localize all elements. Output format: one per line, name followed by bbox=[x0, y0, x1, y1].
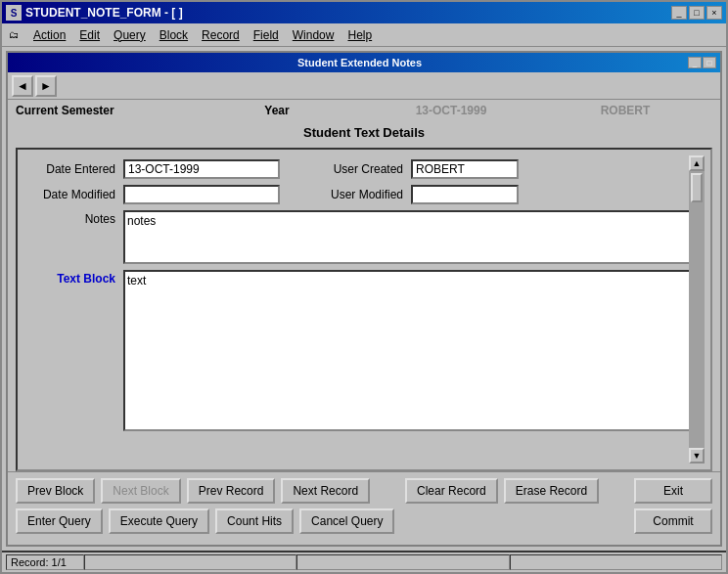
arrow-right-icon: ► bbox=[40, 79, 52, 93]
section-title: Student Text Details bbox=[8, 125, 720, 140]
window-title: STUDENT_NOTE_FORM - [ ] bbox=[25, 6, 183, 20]
text-block-label: Text Block bbox=[27, 270, 115, 286]
button-row-1: Prev Block Next Block Prev Record Next R… bbox=[16, 478, 712, 504]
text-block-textarea[interactable] bbox=[123, 270, 701, 431]
date-entered-row: Date Entered User Created bbox=[27, 159, 701, 179]
menu-record[interactable]: Record bbox=[196, 26, 246, 44]
scroll-down-icon: ▼ bbox=[693, 451, 702, 461]
title-bar: S STUDENT_NOTE_FORM - [ ] _ □ × bbox=[2, 2, 726, 23]
menu-query[interactable]: Query bbox=[108, 26, 152, 44]
inner-maximize-button[interactable]: □ bbox=[703, 57, 716, 68]
button-row-2: Enter Query Execute Query Count Hits Can… bbox=[16, 508, 712, 534]
next-block-button[interactable]: Next Block bbox=[101, 478, 180, 504]
menu-bar: 🗂 Action Edit Query Block Record Field W… bbox=[2, 23, 726, 47]
status-empty-segment-2 bbox=[296, 554, 509, 570]
execute-query-button[interactable]: Execute Query bbox=[109, 508, 209, 534]
notes-row: Notes bbox=[27, 210, 701, 264]
status-empty-segment bbox=[84, 554, 296, 570]
exit-button[interactable]: Exit bbox=[634, 478, 712, 504]
date-modified-row: Date Modified User Modified bbox=[27, 185, 701, 204]
menu-app-icon: 🗂 bbox=[6, 27, 22, 43]
close-button[interactable]: × bbox=[706, 6, 722, 20]
prev-block-button[interactable]: Prev Block bbox=[16, 478, 95, 504]
cancel-query-button[interactable]: Cancel Query bbox=[299, 508, 394, 534]
app-icon: S bbox=[6, 5, 22, 21]
form-container: Date Entered User Created Date Modified … bbox=[16, 148, 712, 471]
scrollbar[interactable]: ▲ ▼ bbox=[689, 155, 705, 464]
main-window: S STUDENT_NOTE_FORM - [ ] _ □ × 🗂 Action… bbox=[0, 0, 728, 574]
current-semester-label: Current Semester bbox=[16, 104, 190, 117]
notes-textarea[interactable] bbox=[123, 210, 701, 264]
scrollbar-track[interactable] bbox=[689, 171, 705, 448]
notes-label: Notes bbox=[27, 210, 115, 226]
scroll-down-button[interactable]: ▼ bbox=[689, 448, 705, 464]
status-empty-segment-3 bbox=[510, 554, 722, 570]
user-created-label: User Created bbox=[325, 162, 403, 176]
prev-record-button[interactable]: Prev Record bbox=[187, 478, 276, 504]
user-created-input[interactable] bbox=[411, 159, 519, 179]
record-info-text: Record: 1/1 bbox=[11, 556, 67, 568]
minimize-button[interactable]: _ bbox=[671, 6, 687, 20]
menu-block[interactable]: Block bbox=[154, 26, 194, 44]
inner-window: Student Extended Notes _ □ ◄ ► Current S… bbox=[6, 51, 722, 547]
user-modified-input[interactable] bbox=[411, 185, 519, 204]
back-button[interactable]: ◄ bbox=[12, 75, 33, 97]
toolbar: ◄ ► bbox=[8, 72, 720, 100]
record-info-segment: Record: 1/1 bbox=[6, 554, 84, 570]
menu-field[interactable]: Field bbox=[248, 26, 285, 44]
title-bar-left: S STUDENT_NOTE_FORM - [ ] bbox=[6, 5, 183, 21]
next-record-button[interactable]: Next Record bbox=[281, 478, 370, 504]
clear-record-button[interactable]: Clear Record bbox=[405, 478, 498, 504]
button-area: Prev Block Next Block Prev Record Next R… bbox=[8, 471, 720, 545]
year-label: Year bbox=[190, 104, 364, 117]
user-value: ROBERT bbox=[538, 104, 712, 117]
user-modified-label: User Modified bbox=[325, 188, 403, 201]
erase-record-button[interactable]: Erase Record bbox=[504, 478, 599, 504]
date-value: 13-OCT-1999 bbox=[364, 104, 538, 117]
inner-title-buttons: _ □ bbox=[688, 57, 716, 68]
scroll-up-icon: ▲ bbox=[693, 158, 702, 168]
inner-title-bar: Student Extended Notes _ □ bbox=[8, 53, 720, 72]
status-bar-labels: Current Semester Year 13-OCT-1999 ROBERT bbox=[8, 100, 720, 121]
date-entered-label: Date Entered bbox=[27, 162, 115, 176]
date-modified-label: Date Modified bbox=[27, 188, 115, 201]
date-modified-input[interactable] bbox=[123, 185, 280, 204]
menu-help[interactable]: Help bbox=[341, 26, 378, 44]
text-block-row: Text Block bbox=[27, 270, 701, 431]
menu-action[interactable]: Action bbox=[27, 26, 71, 44]
title-bar-buttons: _ □ × bbox=[671, 6, 722, 20]
toolbar-left: ◄ ► bbox=[12, 75, 57, 97]
scrollbar-thumb[interactable] bbox=[691, 173, 703, 202]
enter-query-button[interactable]: Enter Query bbox=[16, 508, 103, 534]
arrow-left-icon: ◄ bbox=[17, 79, 28, 93]
menu-window[interactable]: Window bbox=[287, 26, 341, 44]
forward-button[interactable]: ► bbox=[35, 75, 57, 97]
menu-edit[interactable]: Edit bbox=[73, 26, 106, 44]
inner-title-text: Student Extended Notes bbox=[297, 57, 422, 68]
count-hits-button[interactable]: Count Hits bbox=[215, 508, 294, 534]
bottom-status-bar: Record: 1/1 bbox=[2, 551, 726, 572]
date-entered-input[interactable] bbox=[123, 159, 280, 179]
maximize-button[interactable]: □ bbox=[689, 6, 705, 20]
scroll-up-button[interactable]: ▲ bbox=[689, 155, 705, 171]
inner-minimize-button[interactable]: _ bbox=[688, 57, 702, 68]
commit-button[interactable]: Commit bbox=[634, 508, 712, 534]
